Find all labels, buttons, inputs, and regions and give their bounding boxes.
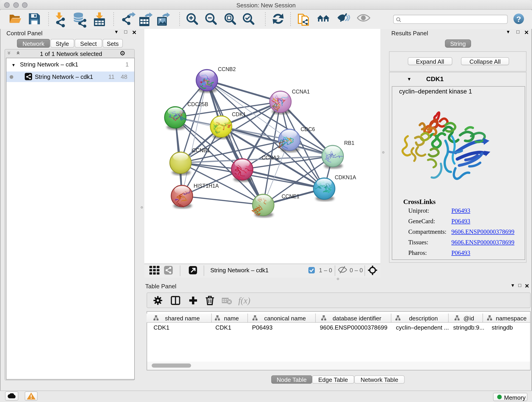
svg-text:CCNB2: CCNB2: [218, 66, 236, 72]
svg-text:CCNA2: CCNA2: [262, 155, 279, 161]
svg-text:?: ?: [516, 15, 521, 23]
svg-text:CDC25B: CDC25B: [187, 101, 208, 107]
svg-text:f(x): f(x): [238, 296, 250, 306]
svg-text:RB1: RB1: [344, 140, 355, 146]
svg-text:canonical name: canonical name: [264, 315, 306, 322]
svg-text:CCNE1: CCNE1: [282, 193, 299, 199]
svg-text:name: name: [224, 315, 239, 322]
svg-text:CCNA1: CCNA1: [292, 89, 310, 95]
svg-text:CDK1: CDK1: [232, 111, 246, 117]
svg-text:shared name: shared name: [165, 315, 200, 322]
svg-text:0 – 0: 0 – 0: [350, 267, 363, 274]
svg-text:description: description: [409, 315, 438, 322]
svg-text:database identifier: database identifier: [333, 315, 381, 322]
svg-text:CDKN1A: CDKN1A: [335, 174, 356, 180]
svg-text:HIST1H1A: HIST1H1A: [194, 183, 219, 189]
svg-text:@id: @id: [463, 315, 474, 322]
svg-text:CCNB1: CCNB1: [192, 147, 210, 153]
svg-text:CDC6: CDC6: [301, 126, 315, 132]
svg-text:1 – 0: 1 – 0: [319, 267, 332, 274]
svg-text:namespace: namespace: [496, 315, 526, 322]
